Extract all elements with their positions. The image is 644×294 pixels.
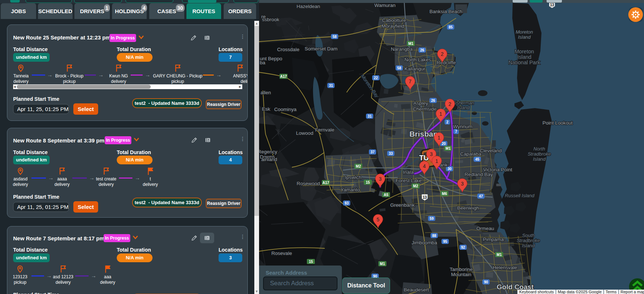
svg-text:ssbrook: ssbrook <box>262 17 279 22</box>
svg-text:Pimpama: Pimpama <box>483 237 504 242</box>
svg-text:45: 45 <box>475 157 479 161</box>
svg-text:5: 5 <box>377 217 379 222</box>
svg-text:15: 15 <box>309 260 313 264</box>
svg-text:Island: Island <box>522 243 535 248</box>
svg-text:Rosevale: Rosevale <box>271 251 292 256</box>
svg-text:47: 47 <box>479 194 483 198</box>
svg-text:31: 31 <box>329 84 333 88</box>
svg-text:Cleveland: Cleveland <box>480 148 502 153</box>
svg-text:Beaudesert: Beaudesert <box>404 287 429 293</box>
svg-text:3: 3 <box>379 176 382 182</box>
svg-text:37: 37 <box>370 150 375 154</box>
svg-text:allen: allen <box>261 90 271 95</box>
svg-text:Fernvale: Fernvale <box>315 127 335 133</box>
svg-text:Moreton: Moreton <box>516 29 533 35</box>
svg-text:Jimboomba: Jimboomba <box>412 240 437 245</box>
svg-text:A5: A5 <box>384 193 389 197</box>
svg-text:Aspley: Aspley <box>413 100 428 106</box>
svg-text:90: 90 <box>484 280 488 284</box>
svg-text:Redcliffe: Redcliffe <box>437 60 456 65</box>
svg-text:31: 31 <box>367 114 372 118</box>
svg-text:Caboolture: Caboolture <box>382 18 406 23</box>
svg-text:Fisherman: Fisherman <box>452 100 474 106</box>
svg-text:Yamanto: Yamanto <box>340 187 360 192</box>
svg-text:North Lakes: North Lakes <box>405 57 431 62</box>
svg-text:1: 1 <box>437 135 440 141</box>
svg-text:26: 26 <box>420 48 424 52</box>
svg-text:93: 93 <box>344 201 349 205</box>
svg-text:Coominya: Coominya <box>274 107 297 112</box>
svg-text:M6: M6 <box>442 192 447 196</box>
svg-text:58: 58 <box>397 66 401 70</box>
svg-text:Point Lookout: Point Lookout <box>543 120 573 126</box>
svg-text:ba: ba <box>260 60 266 65</box>
svg-text:1: 1 <box>435 158 438 164</box>
svg-text:M1: M1 <box>446 146 451 150</box>
svg-text:Redland Bay: Redland Bay <box>464 172 493 177</box>
svg-text:58: 58 <box>332 35 337 39</box>
svg-text:2: 2 <box>448 101 451 107</box>
svg-text:M2: M2 <box>413 184 418 188</box>
svg-text:Greenbank: Greenbank <box>390 202 415 208</box>
svg-text:Narangba: Narangba <box>391 46 413 52</box>
svg-text:20: 20 <box>441 142 446 146</box>
svg-text:Mountain: Mountain <box>451 272 471 277</box>
svg-text:Regency: Regency <box>259 149 277 154</box>
svg-text:M1: M1 <box>380 262 385 266</box>
svg-text:Kallangur: Kallangur <box>404 66 425 72</box>
svg-text:Esk: Esk <box>262 106 270 112</box>
svg-text:Moreton: Moreton <box>514 49 534 54</box>
svg-text:Forest Lake: Forest Lake <box>396 178 421 183</box>
svg-text:33: 33 <box>389 152 393 156</box>
svg-text:M1: M1 <box>497 253 502 257</box>
svg-text:National Park: National Park <box>508 60 540 65</box>
svg-text:7: 7 <box>455 130 457 134</box>
svg-text:4: 4 <box>423 163 426 169</box>
svg-text:30: 30 <box>447 167 452 171</box>
svg-text:Crossdale: Crossdale <box>277 47 300 52</box>
svg-text:59: 59 <box>429 217 434 221</box>
svg-text:92: 92 <box>461 245 465 249</box>
svg-text:95: 95 <box>443 240 447 244</box>
svg-text:Banksia Beach: Banksia Beach <box>429 9 462 14</box>
svg-text:13: 13 <box>550 3 554 7</box>
svg-text:Somerset Dam: Somerset Dam <box>305 46 338 51</box>
svg-text:A17: A17 <box>280 75 287 79</box>
svg-text:2: 2 <box>441 51 444 57</box>
svg-text:Island: Island <box>533 156 546 162</box>
svg-text:Island: Island <box>517 54 532 60</box>
svg-text:22: 22 <box>374 76 378 80</box>
svg-text:13: 13 <box>423 195 427 199</box>
svg-text:Morayfield: Morayfield <box>382 23 404 29</box>
svg-text:Beenleigh: Beenleigh <box>457 205 479 211</box>
svg-text:Lowood: Lowood <box>296 130 313 136</box>
svg-text:3: 3 <box>461 181 464 187</box>
svg-text:M1: M1 <box>408 42 413 46</box>
svg-text:M2: M2 <box>356 164 361 168</box>
svg-text:Island: Island <box>518 34 531 40</box>
svg-text:Capalaba: Capalaba <box>460 151 481 157</box>
svg-text:1: 1 <box>439 111 442 117</box>
svg-text:Hazeldean: Hazeldean <box>297 4 320 9</box>
svg-text:26: 26 <box>431 99 435 103</box>
svg-text:Stradbroke: Stradbroke <box>517 238 540 243</box>
svg-text:Rosewood: Rosewood <box>297 181 320 186</box>
svg-text:88: 88 <box>432 234 436 238</box>
svg-text:85: 85 <box>448 25 453 29</box>
svg-text:15: 15 <box>366 180 370 184</box>
svg-text:3: 3 <box>430 151 433 157</box>
svg-text:Russell Island: Russell Island <box>505 193 535 198</box>
svg-text:Helensvale: Helensvale <box>493 265 517 270</box>
svg-text:Island: Island <box>457 105 470 110</box>
svg-text:Stradbroke: Stradbroke <box>528 151 551 157</box>
svg-text:A17: A17 <box>323 181 329 185</box>
svg-text:2: 2 <box>446 120 448 124</box>
svg-text:Brisban: Brisban <box>409 130 438 138</box>
svg-text:Chermside: Chermside <box>413 106 436 112</box>
svg-text:Wynnum: Wynnum <box>453 124 472 129</box>
svg-text:Inala: Inala <box>403 169 414 175</box>
svg-text:South: South <box>522 233 535 238</box>
svg-text:ainland: ainland <box>261 157 277 162</box>
svg-text:7: 7 <box>409 79 412 84</box>
svg-text:Tamborine: Tamborine <box>450 267 473 272</box>
